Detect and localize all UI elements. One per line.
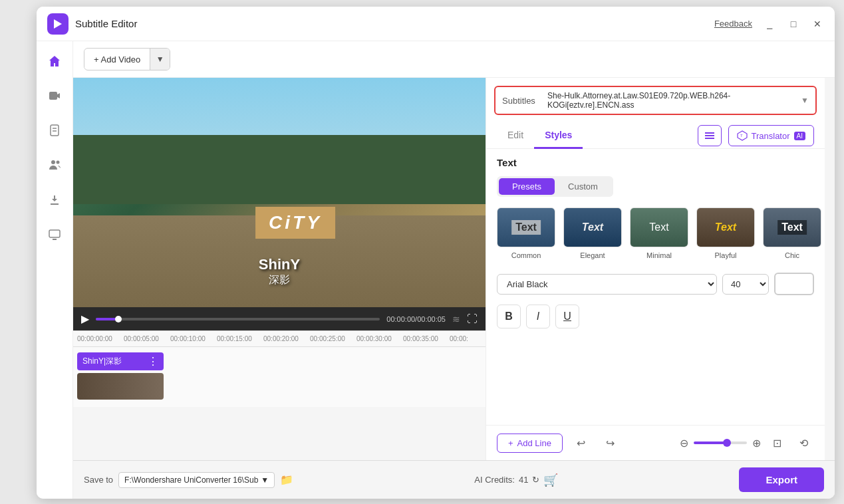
svg-point-6	[51, 160, 55, 164]
ai-credits-refresh-icon[interactable]: ↻	[532, 475, 539, 485]
subtitle-track-label: ShinY|深影	[82, 356, 122, 367]
tab-edit[interactable]: Edit	[497, 123, 534, 149]
sidebar-item-tv[interactable]	[43, 222, 67, 246]
ai-credits-value: 41	[519, 475, 528, 485]
subtitle-track-menu[interactable]: ⋮	[148, 355, 158, 368]
preset-thumbnail-chic: Text	[763, 207, 821, 247]
caption-button[interactable]: ⊡	[766, 432, 787, 453]
preset-item-playful[interactable]: Text Playful	[696, 207, 755, 259]
preset-text-chic: Text	[777, 220, 807, 235]
presets-button[interactable]: Presets	[499, 178, 555, 195]
add-line-button[interactable]: + Add Line	[497, 434, 563, 453]
preset-name-elegant: Elegant	[580, 251, 605, 259]
ai-badge: AI	[794, 132, 805, 140]
ruler-mark-0: 00:00:00:00	[77, 335, 124, 342]
svg-marker-0	[54, 19, 62, 29]
underline-button[interactable]: U	[555, 305, 579, 328]
folder-icon[interactable]: 📁	[280, 473, 293, 486]
sidebar-item-download[interactable]	[43, 188, 67, 211]
translator-button[interactable]: T Translator AI	[728, 125, 815, 146]
svg-rect-1	[49, 92, 57, 100]
center-panel: + Add Video ▼ CiTY ShinY	[73, 41, 835, 499]
save-path-dropdown-arrow[interactable]: ▼	[261, 475, 269, 485]
extra-icon-button[interactable]: ⟲	[793, 432, 814, 453]
main-content: + Add Video ▼ CiTY ShinY	[37, 41, 835, 499]
ruler-mark-4: 00:00:20:00	[263, 335, 310, 342]
waveform-icon[interactable]: ≋	[452, 314, 460, 324]
tab-styles[interactable]: Styles	[534, 123, 583, 149]
toolbar: + Add Video ▼	[73, 41, 835, 78]
preset-item-common[interactable]: Text Common	[497, 207, 555, 259]
sidebar-item-document[interactable]	[43, 118, 67, 142]
sidebar-item-people[interactable]	[43, 153, 67, 177]
sidebar-item-home[interactable]	[43, 49, 67, 73]
svg-rect-10	[705, 132, 714, 134]
preset-name-common: Common	[511, 251, 541, 259]
size-select[interactable]: 40 32 48	[722, 274, 769, 295]
styles-section-title: Text	[497, 157, 814, 168]
video-player-section: CiTY ShinY 深影 ▶	[73, 78, 486, 460]
time-display: 00:00:00/00:00:05	[386, 315, 446, 323]
minimize-button[interactable]: ⎯	[763, 17, 776, 31]
title-bar: Subtitle Editor Feedback ⎯ □ ✕	[37, 7, 835, 41]
preset-item-minimal[interactable]: Text Minimal	[630, 207, 688, 259]
zoom-out-button[interactable]: ⊖	[680, 437, 688, 449]
close-button[interactable]: ✕	[811, 17, 824, 31]
save-path-value: F:\Wondershare UniConverter 16\Sub	[124, 475, 258, 485]
progress-bar-fill	[96, 318, 118, 320]
ruler-mark-5: 00:00:25:00	[310, 335, 356, 342]
cart-icon[interactable]: 🛒	[543, 473, 558, 487]
preset-thumbnail-minimal: Text	[630, 207, 688, 247]
zoom-slider[interactable]	[694, 441, 747, 444]
fullscreen-button[interactable]: ⛶	[467, 313, 478, 325]
add-line-plus: +	[508, 438, 513, 448]
add-video-button-group[interactable]: + Add Video ▼	[84, 48, 170, 70]
italic-button[interactable]: I	[526, 305, 550, 328]
subtitle-action-bar: + Add Line ↩ ↪ ⊖ ⊕ ⊡ ⟲	[486, 425, 825, 460]
preset-thumbnail-playful: Text	[696, 207, 755, 247]
custom-button[interactable]: Custom	[555, 178, 611, 195]
preset-text-common: Text	[511, 220, 541, 235]
maximize-button[interactable]: □	[787, 17, 800, 31]
svg-rect-11	[705, 135, 714, 136]
add-line-label: Add Line	[517, 438, 551, 448]
list-icon-button[interactable]	[698, 125, 722, 146]
progress-bar[interactable]	[96, 318, 380, 320]
subtitle-track[interactable]: ShinY|深影 ⋮	[77, 352, 164, 370]
ruler-mark-3: 00:00:15:00	[217, 335, 263, 342]
add-video-dropdown-button[interactable]: ▼	[150, 49, 170, 70]
bottom-bar: Save to F:\Wondershare UniConverter 16\S…	[73, 460, 835, 499]
add-video-main-button[interactable]: + Add Video	[84, 51, 150, 68]
play-button[interactable]: ▶	[81, 313, 89, 325]
sidebar	[37, 41, 73, 499]
app-window: Subtitle Editor Feedback ⎯ □ ✕	[37, 7, 835, 499]
timeline-tracks: ShinY|深影 ⋮	[73, 347, 486, 407]
font-select[interactable]: Arial Black Arial Times New Roman	[497, 274, 717, 295]
save-to-section: Save to F:\Wondershare UniConverter 16\S…	[84, 472, 293, 488]
ruler-mark-8: 00:00:	[450, 335, 486, 342]
timeline-section: 00:00:00:00 00:00:05:00 00:00:10:00 00:0…	[73, 330, 486, 407]
preset-thumbnail-common: Text	[497, 207, 555, 247]
progress-dot	[115, 316, 122, 322]
preset-item-chic[interactable]: Text Chic	[763, 207, 821, 259]
export-button[interactable]: Export	[739, 467, 824, 492]
video-controls: ▶ 00:00:00/00:00:05 ≋ ⛶	[73, 307, 486, 330]
subtitle-selector[interactable]: Subtitles She-Hulk.Attorney.at.Law.S01E0…	[494, 86, 817, 115]
subtitle-file-value: She-Hulk.Attorney.at.Law.S01E09.720p.WEB…	[547, 91, 795, 110]
save-to-label: Save to	[84, 475, 113, 485]
redo-button[interactable]: ↪	[600, 432, 621, 453]
subtitle-text-english: ShinY	[259, 256, 300, 273]
bold-button[interactable]: B	[497, 305, 521, 328]
subtitle-dropdown-arrow[interactable]: ▼	[801, 96, 809, 105]
ruler-mark-1: 00:00:05:00	[124, 335, 170, 342]
preset-item-elegant[interactable]: Text Elegant	[563, 207, 622, 259]
video-thumbnail-track	[77, 373, 164, 400]
svg-rect-12	[705, 138, 714, 139]
sidebar-item-video[interactable]	[43, 84, 67, 108]
color-swatch[interactable]	[774, 273, 814, 295]
undo-button[interactable]: ↩	[571, 432, 592, 453]
svg-text:T: T	[740, 134, 743, 138]
save-path-display: F:\Wondershare UniConverter 16\Sub ▼	[118, 472, 275, 488]
feedback-link[interactable]: Feedback	[714, 19, 752, 29]
zoom-in-button[interactable]: ⊕	[752, 437, 761, 449]
